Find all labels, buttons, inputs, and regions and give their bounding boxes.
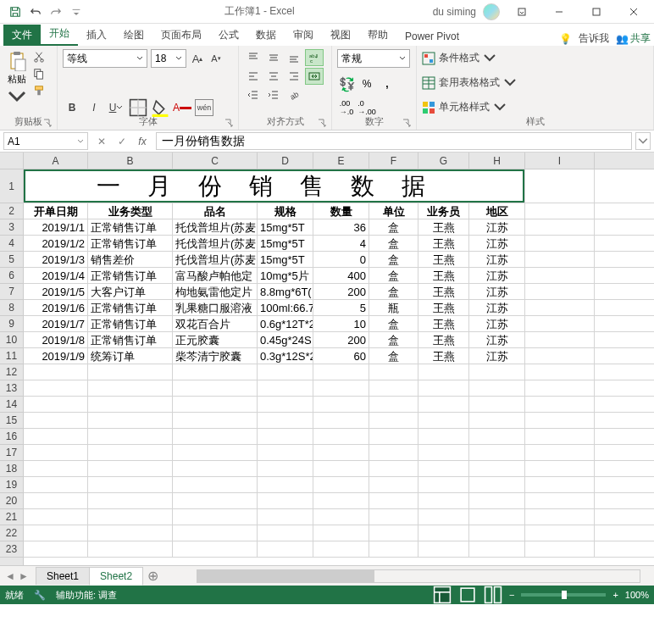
empty-cell[interactable] xyxy=(313,477,369,492)
decrease-indent-button[interactable] xyxy=(244,86,263,103)
data-cell[interactable]: 大客户订单 xyxy=(88,284,173,299)
data-cell[interactable]: 15mg*5T xyxy=(258,236,313,251)
header-cell[interactable]: 品名 xyxy=(173,203,258,219)
number-launcher[interactable] xyxy=(402,118,413,128)
empty-cell[interactable] xyxy=(418,445,469,460)
data-cell[interactable]: 400 xyxy=(313,268,369,283)
empty-cell[interactable] xyxy=(525,380,595,396)
row-header-18[interactable]: 18 xyxy=(0,461,23,477)
empty-cell[interactable] xyxy=(313,397,369,412)
orientation-button[interactable]: ab xyxy=(285,86,303,103)
empty-cell[interactable] xyxy=(469,413,525,428)
row-header-1[interactable]: 1 xyxy=(0,169,23,203)
empty-cell[interactable] xyxy=(88,541,173,557)
format-as-table-button[interactable]: 套用表格格式 xyxy=(422,74,648,92)
empty-cell[interactable] xyxy=(173,429,258,444)
row-header-11[interactable]: 11 xyxy=(0,348,23,364)
data-cell[interactable]: 王燕 xyxy=(418,268,469,283)
empty-cell[interactable] xyxy=(24,445,88,460)
data-cell[interactable]: 2019/1/3 xyxy=(24,252,88,267)
empty-cell[interactable] xyxy=(418,525,469,541)
empty-cell[interactable] xyxy=(258,509,313,525)
row-header-13[interactable]: 13 xyxy=(0,380,23,397)
row-header-6[interactable]: 6 xyxy=(0,268,23,284)
row-header-21[interactable]: 21 xyxy=(0,509,23,525)
data-cell[interactable]: 正元胶囊 xyxy=(173,332,258,347)
formula-input[interactable]: 一月份销售数据 xyxy=(156,132,632,150)
data-cell[interactable]: 盒 xyxy=(369,268,418,283)
empty-cell[interactable] xyxy=(258,397,313,412)
header-cell[interactable]: 开单日期 xyxy=(24,203,88,219)
data-cell[interactable]: 100ml:66.7 xyxy=(258,300,313,315)
empty-cell[interactable] xyxy=(258,477,313,492)
empty-cell[interactable] xyxy=(88,493,173,508)
empty-cell[interactable] xyxy=(525,509,595,525)
col-header-H[interactable]: H xyxy=(469,153,525,169)
data-cell[interactable]: 王燕 xyxy=(418,252,469,267)
empty-cell[interactable] xyxy=(88,364,173,380)
empty-cell[interactable] xyxy=(24,461,88,476)
empty-cell[interactable] xyxy=(525,445,595,460)
avatar[interactable] xyxy=(483,3,500,20)
empty-cell[interactable] xyxy=(418,541,469,557)
data-cell[interactable]: 盒 xyxy=(369,284,418,299)
header-cell[interactable]: 数量 xyxy=(313,203,369,219)
data-cell[interactable]: 8.8mg*6T( xyxy=(258,284,313,299)
empty-cell[interactable] xyxy=(525,525,595,541)
data-cell[interactable]: 王燕 xyxy=(418,300,469,315)
phonetic-button[interactable]: wén xyxy=(195,99,213,116)
empty-cell[interactable] xyxy=(469,445,525,460)
data-cell[interactable]: 江苏 xyxy=(469,219,525,235)
merge-center-button[interactable] xyxy=(305,68,324,85)
data-cell[interactable]: 江苏 xyxy=(469,268,525,283)
empty-cell[interactable] xyxy=(88,380,173,396)
align-top-button[interactable] xyxy=(244,49,263,66)
empty-cell[interactable] xyxy=(418,364,469,380)
align-middle-button[interactable] xyxy=(264,49,283,66)
empty-cell[interactable] xyxy=(525,461,595,476)
empty-cell[interactable] xyxy=(24,493,88,508)
data-cell[interactable]: 2019/1/4 xyxy=(24,268,88,283)
empty-cell[interactable] xyxy=(258,461,313,476)
header-cell[interactable]: 地区 xyxy=(469,203,525,219)
empty-cell[interactable] xyxy=(525,477,595,492)
empty-cell[interactable] xyxy=(173,477,258,492)
empty-cell[interactable] xyxy=(173,364,258,380)
col-header-A[interactable]: A xyxy=(24,153,88,169)
empty-cell[interactable] xyxy=(24,477,88,492)
cut-button[interactable] xyxy=(30,49,47,64)
data-cell[interactable]: 2019/1/5 xyxy=(24,284,88,299)
empty-cell[interactable] xyxy=(173,525,258,541)
empty-cell[interactable] xyxy=(88,429,173,444)
row-header-22[interactable]: 22 xyxy=(0,525,23,541)
data-cell[interactable]: 江苏 xyxy=(469,284,525,299)
empty-cell[interactable] xyxy=(369,429,418,444)
empty-cell[interactable] xyxy=(88,525,173,541)
align-bottom-button[interactable] xyxy=(285,49,303,66)
data-cell[interactable]: 江苏 xyxy=(469,316,525,331)
sheet-tab-1[interactable]: Sheet1 xyxy=(36,567,90,585)
row-header-16[interactable]: 16 xyxy=(0,429,23,445)
empty-cell[interactable] xyxy=(369,493,418,508)
row-header-17[interactable]: 17 xyxy=(0,445,23,461)
add-sheet-button[interactable]: ⊕ xyxy=(142,568,163,584)
tab-home[interactable]: 开始 xyxy=(41,23,78,46)
clipboard-launcher[interactable] xyxy=(43,118,53,128)
sheet-nav-prev[interactable]: ◄ xyxy=(5,570,17,582)
col-header-D[interactable]: D xyxy=(258,153,313,169)
empty-cell[interactable] xyxy=(369,525,418,541)
empty-cell[interactable] xyxy=(469,429,525,444)
row-header-7[interactable]: 7 xyxy=(0,284,23,300)
row-header-20[interactable]: 20 xyxy=(0,493,23,509)
page-layout-view-button[interactable] xyxy=(458,587,477,602)
empty-cell[interactable] xyxy=(313,541,369,557)
ribbon-options-button[interactable] xyxy=(507,2,537,22)
data-cell[interactable]: 0 xyxy=(313,252,369,267)
empty-cell[interactable] xyxy=(525,429,595,444)
data-cell[interactable]: 正常销售订单 xyxy=(88,300,173,315)
data-cell[interactable]: 正常销售订单 xyxy=(88,219,173,235)
empty-cell[interactable] xyxy=(313,413,369,428)
wrap-text-button[interactable]: abc xyxy=(305,49,324,66)
empty-cell[interactable] xyxy=(469,380,525,396)
tab-insert[interactable]: 插入 xyxy=(78,25,115,46)
